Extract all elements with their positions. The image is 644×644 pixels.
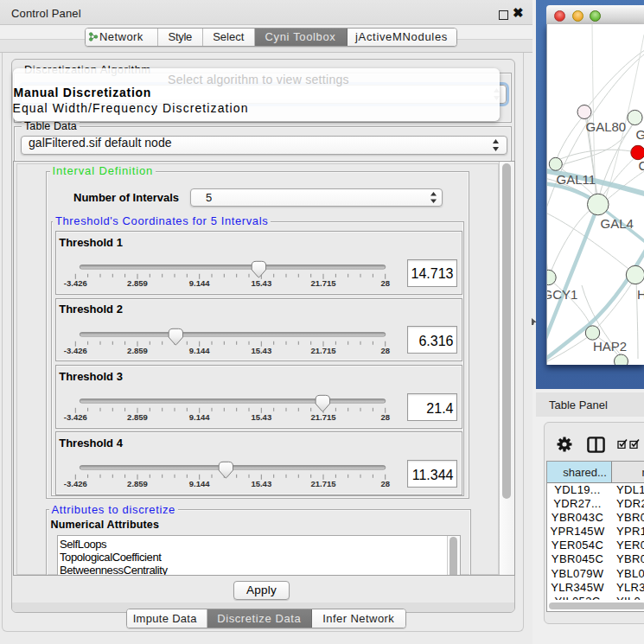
svg-text:GA: GA bbox=[636, 127, 644, 142]
svg-text:28: 28 bbox=[380, 479, 390, 488]
svg-text:21.715: 21.715 bbox=[310, 346, 336, 355]
svg-text:2.859: 2.859 bbox=[127, 346, 148, 355]
svg-text:-3.426: -3.426 bbox=[64, 278, 87, 288]
svg-text:15.43: 15.43 bbox=[251, 479, 271, 488]
svg-text:21.715: 21.715 bbox=[310, 278, 336, 288]
svg-text:H: H bbox=[637, 287, 644, 302]
svg-text:2.859: 2.859 bbox=[127, 412, 148, 422]
svg-text:28: 28 bbox=[380, 412, 390, 422]
svg-text:2.859: 2.859 bbox=[127, 479, 148, 488]
svg-text:HAP2: HAP2 bbox=[593, 339, 627, 354]
svg-text:21.715: 21.715 bbox=[310, 412, 336, 422]
svg-text:C: C bbox=[639, 158, 644, 173]
svg-text:9.144: 9.144 bbox=[188, 346, 209, 355]
svg-text:-3.426: -3.426 bbox=[64, 412, 87, 422]
svg-text:GAL11: GAL11 bbox=[557, 172, 596, 187]
svg-text:GCY1: GCY1 bbox=[547, 287, 577, 302]
svg-text:15.43: 15.43 bbox=[251, 278, 271, 288]
svg-text:-3.426: -3.426 bbox=[64, 479, 87, 488]
svg-text:9.144: 9.144 bbox=[188, 278, 209, 288]
svg-text:GAL4: GAL4 bbox=[601, 216, 634, 231]
svg-text:28: 28 bbox=[380, 346, 390, 355]
svg-text:-3.426: -3.426 bbox=[64, 346, 87, 355]
svg-text:9.144: 9.144 bbox=[188, 479, 209, 488]
svg-text:9.144: 9.144 bbox=[188, 412, 209, 422]
svg-text:2.859: 2.859 bbox=[127, 278, 148, 288]
svg-text:15.43: 15.43 bbox=[251, 412, 271, 422]
svg-text:21.715: 21.715 bbox=[310, 479, 336, 488]
svg-text:28: 28 bbox=[380, 278, 390, 288]
svg-text:15.43: 15.43 bbox=[251, 346, 271, 355]
svg-text:GAL80: GAL80 bbox=[586, 119, 627, 134]
